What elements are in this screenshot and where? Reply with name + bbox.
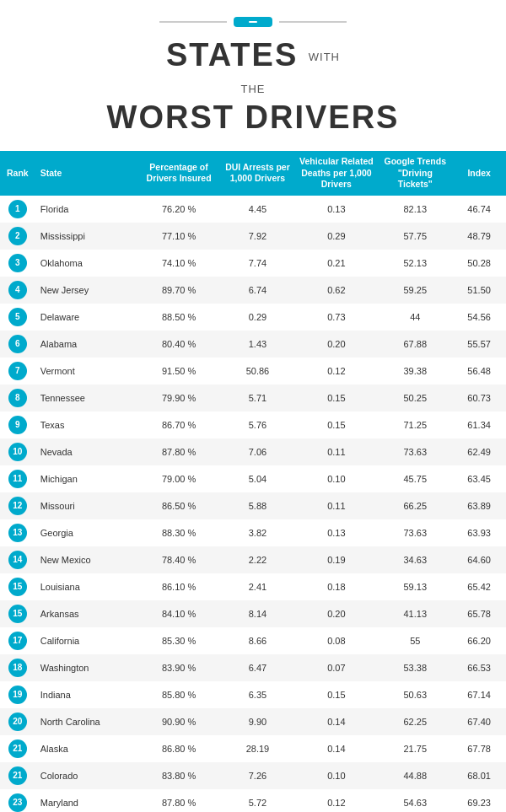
rank-circle: 20 (8, 713, 27, 731)
cell-trends: 66.25 (378, 492, 452, 519)
rank-circle: 5 (8, 308, 27, 326)
col-pct-insured: Percentage of Drivers Insured (137, 151, 221, 196)
table-row: 1 Florida 76.20 % 4.45 0.13 82.13 46.74 (0, 196, 506, 223)
cell-pct: 86.10 % (137, 573, 221, 600)
cell-state: Mississippi (35, 223, 137, 250)
cell-rank: 10 (0, 438, 35, 465)
cell-deaths: 0.07 (294, 654, 378, 681)
cell-pct: 89.70 % (137, 277, 221, 304)
table-header-row: Rank State Percentage of Drivers Insured… (0, 151, 506, 196)
table-row: 10 Nevada 87.80 % 7.06 0.11 73.63 62.49 (0, 438, 506, 465)
cell-deaths: 0.11 (294, 492, 378, 519)
cell-state: New Jersey (35, 277, 137, 304)
cell-dui: 0.29 (221, 304, 295, 331)
rank-circle: 15 (8, 605, 27, 623)
cell-state: Washington (35, 654, 137, 681)
cell-rank: 15 (0, 573, 35, 600)
table-row: 11 Michigan 79.00 % 5.04 0.10 45.75 63.4… (0, 465, 506, 492)
rank-circle: 8 (8, 389, 27, 407)
rank-circle: 17 (8, 632, 27, 650)
cell-index: 63.89 (452, 492, 506, 519)
cell-state: Louisiana (35, 573, 137, 600)
cell-trends: 21.75 (378, 735, 452, 762)
cell-dui: 7.26 (221, 762, 295, 789)
cell-index: 67.14 (452, 681, 506, 708)
title-worst-drivers: WORST DRIVERS (8, 99, 498, 136)
cell-rank: 2 (0, 223, 35, 250)
cell-trends: 55 (378, 627, 452, 654)
table-row: 17 California 85.30 % 8.66 0.08 55 66.20 (0, 627, 506, 654)
cell-dui: 5.04 (221, 465, 295, 492)
cell-rank: 23 (0, 789, 35, 812)
cell-state: North Carolina (35, 708, 137, 735)
cell-pct: 85.30 % (137, 627, 221, 654)
cell-pct: 91.50 % (137, 358, 221, 384)
cell-deaths: 0.15 (294, 681, 378, 708)
cell-state: Nevada (35, 438, 137, 465)
cell-state: California (35, 627, 137, 654)
cell-trends: 41.13 (378, 600, 452, 627)
cell-trends: 71.25 (378, 411, 452, 438)
rank-circle: 23 (8, 793, 27, 812)
cell-pct: 87.80 % (137, 438, 221, 465)
cell-state: Vermont (35, 358, 137, 384)
cell-state: Tennessee (35, 384, 137, 411)
rank-circle: 7 (8, 362, 27, 380)
table-row: 12 Missouri 86.50 % 5.88 0.11 66.25 63.8… (0, 492, 506, 519)
cell-index: 68.01 (452, 762, 506, 789)
rank-circle: 2 (8, 227, 27, 245)
cell-rank: 18 (0, 654, 35, 681)
cell-index: 65.42 (452, 573, 506, 600)
cell-state: Arkansas (35, 600, 137, 627)
cell-state: Michigan (35, 465, 137, 492)
cell-rank: 21 (0, 735, 35, 762)
rank-circle: 15 (8, 578, 27, 596)
cell-deaths: 0.14 (294, 708, 378, 735)
data-table: Rank State Percentage of Drivers Insured… (0, 151, 506, 812)
cell-pct: 86.70 % (137, 411, 221, 438)
table-row: 19 Indiana 85.80 % 6.35 0.15 50.63 67.14 (0, 681, 506, 708)
table-row: 23 Maryland 87.80 % 5.72 0.12 54.63 69.2… (0, 789, 506, 812)
cell-dui: 6.47 (221, 654, 295, 681)
table-row: 21 Colorado 83.80 % 7.26 0.10 44.88 68.0… (0, 762, 506, 789)
cell-state: New Mexico (35, 546, 137, 573)
table-row: 13 Georgia 88.30 % 3.82 0.13 73.63 63.93 (0, 519, 506, 546)
cell-index: 54.56 (452, 304, 506, 331)
table-row: 9 Texas 86.70 % 5.76 0.15 71.25 61.34 (0, 411, 506, 438)
cell-trends: 34.63 (378, 546, 452, 573)
cell-dui: 1.43 (221, 331, 295, 358)
cell-index: 46.74 (452, 196, 506, 223)
cell-rank: 19 (0, 681, 35, 708)
cell-trends: 44.88 (378, 762, 452, 789)
cell-index: 69.23 (452, 789, 506, 812)
cell-state: Indiana (35, 681, 137, 708)
cell-rank: 14 (0, 546, 35, 573)
cell-trends: 44 (378, 304, 452, 331)
col-dui: DUI Arrests per 1,000 Drivers (221, 151, 295, 196)
cell-index: 63.93 (452, 519, 506, 546)
cell-deaths: 0.12 (294, 358, 378, 384)
cell-rank: 8 (0, 384, 35, 411)
cell-pct: 84.10 % (137, 600, 221, 627)
rank-circle: 4 (8, 281, 27, 299)
cell-rank: 4 (0, 277, 35, 304)
cell-trends: 52.13 (378, 250, 452, 277)
cell-dui: 7.74 (221, 250, 295, 277)
table-row: 4 New Jersey 89.70 % 6.74 0.62 59.25 51.… (0, 277, 506, 304)
cell-dui: 4.45 (221, 196, 295, 223)
cell-trends: 39.38 (378, 358, 452, 384)
cell-deaths: 0.10 (294, 465, 378, 492)
cell-state: Alabama (35, 331, 137, 358)
cell-rank: 12 (0, 492, 35, 519)
cell-index: 51.50 (452, 277, 506, 304)
cell-dui: 5.88 (221, 492, 295, 519)
cell-dui: 5.76 (221, 411, 295, 438)
cell-deaths: 0.10 (294, 762, 378, 789)
cell-dui: 8.66 (221, 627, 295, 654)
rank-circle: 3 (8, 254, 27, 272)
cell-deaths: 0.08 (294, 627, 378, 654)
cell-trends: 54.63 (378, 789, 452, 812)
cell-dui: 7.06 (221, 438, 295, 465)
by-the-numbers-banner (0, 17, 506, 27)
page-title-section: STATES WITHTHE WORST DRIVERS (0, 35, 506, 144)
